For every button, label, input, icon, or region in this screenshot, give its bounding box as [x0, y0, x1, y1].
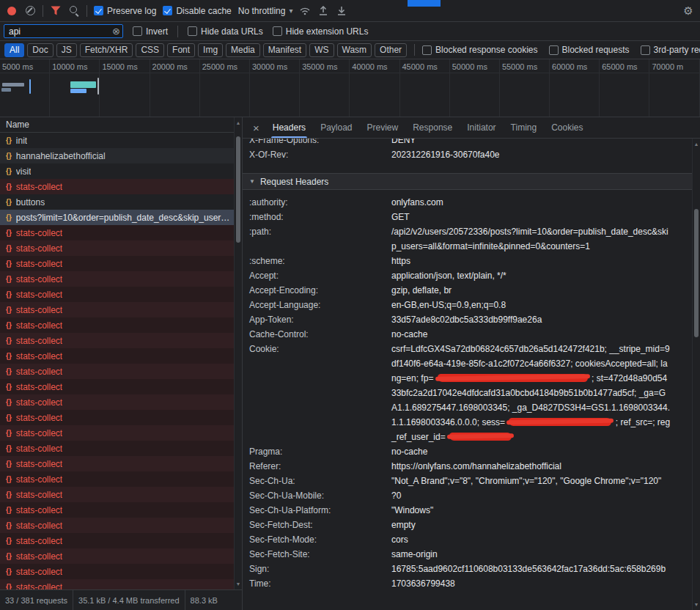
- network-conditions-button[interactable]: [299, 2, 311, 20]
- details-tab[interactable]: Payload: [313, 117, 359, 138]
- import-har-button[interactable]: [317, 2, 329, 20]
- request-row[interactable]: {} stats-collect: [0, 240, 235, 256]
- preserve-log-checkbox[interactable]: Preserve log: [94, 6, 156, 16]
- type-filter-pill[interactable]: Wasm: [337, 43, 372, 57]
- fetch-xhr-icon: {}: [6, 490, 12, 499]
- network-conditions-icon: [299, 7, 311, 15]
- timeline-column: 25000 ms: [200, 59, 250, 117]
- request-row[interactable]: {} stats-collect: [0, 564, 235, 579]
- type-filter-pill[interactable]: WS: [309, 43, 334, 57]
- request-row[interactable]: {} stats-collect: [0, 410, 235, 425]
- request-row[interactable]: {} stats-collect: [0, 348, 235, 364]
- close-icon[interactable]: ×: [247, 122, 265, 134]
- type-filter-pill[interactable]: Doc: [27, 43, 53, 57]
- throttling-select[interactable]: No throttling ▾: [238, 6, 293, 16]
- filter-checkbox[interactable]: Blocked requests: [549, 45, 630, 55]
- scroll-down-icon[interactable]: ▼: [235, 581, 242, 587]
- details-scrollbar[interactable]: ▲ ▼: [692, 139, 700, 610]
- search-button[interactable]: [68, 2, 80, 20]
- request-row[interactable]: {} stats-collect: [0, 225, 235, 240]
- request-list-scrollbar[interactable]: ▲ ▼: [234, 117, 242, 589]
- clear-button[interactable]: [24, 2, 36, 20]
- timeline-overview[interactable]: 5000 ms 10000 ms 15000 ms 20000 ms 25000…: [0, 59, 700, 117]
- request-row[interactable]: {} init: [0, 133, 235, 148]
- record-icon: [7, 7, 16, 15]
- details-tab[interactable]: Initiator: [460, 117, 503, 138]
- invert-label: Invert: [146, 26, 168, 37]
- request-row[interactable]: {} stats-collect: [0, 579, 235, 589]
- scrollbar-thumb[interactable]: [236, 136, 240, 243]
- request-row[interactable]: {} stats-collect: [0, 256, 235, 271]
- request-row[interactable]: {} hannahelizabethofficial: [0, 148, 235, 163]
- request-row[interactable]: {} stats-collect: [0, 394, 235, 410]
- scroll-down-icon[interactable]: ▼: [693, 602, 700, 607]
- details-tab[interactable]: Timing: [504, 117, 545, 138]
- type-filter-pill[interactable]: Media: [226, 43, 260, 57]
- timeline-column: 10000 ms: [50, 59, 100, 117]
- name-column-header[interactable]: Name: [0, 117, 242, 133]
- fetch-xhr-icon: {}: [6, 152, 12, 160]
- details-tab[interactable]: Cookies: [544, 117, 590, 138]
- type-filter-pill[interactable]: Manifest: [263, 43, 306, 57]
- settings-button[interactable]: ⚙: [682, 2, 694, 20]
- scroll-up-icon[interactable]: ▲: [693, 142, 700, 147]
- request-row[interactable]: {} stats-collect: [0, 487, 235, 502]
- request-row[interactable]: {} stats-collect: [0, 271, 235, 287]
- request-row[interactable]: {} stats-collect: [0, 548, 235, 564]
- request-row[interactable]: {} stats-collect: [0, 287, 235, 302]
- disable-cache-checkbox[interactable]: Disable cache: [163, 6, 231, 16]
- fetch-xhr-icon: {}: [6, 398, 12, 406]
- request-name: hannahelizabethofficial: [16, 151, 106, 161]
- details-tab[interactable]: Preview: [360, 117, 406, 138]
- filter-toggle-button[interactable]: [50, 2, 62, 20]
- filter-checkbox[interactable]: Blocked response cookies: [422, 45, 537, 55]
- request-row[interactable]: {} stats-collect: [0, 502, 235, 518]
- request-row[interactable]: {} posts?limit=10&order=publish_date_des…: [0, 210, 235, 225]
- request-row[interactable]: {} stats-collect: [0, 364, 235, 379]
- request-row[interactable]: {} visit: [0, 163, 235, 179]
- request-headers-section-header[interactable]: ▼ Request Headers: [243, 173, 692, 190]
- request-row[interactable]: {} stats-collect: [0, 533, 235, 548]
- clear-filter-icon[interactable]: ⊗: [112, 26, 120, 37]
- filter-checkbox[interactable]: 3rd-party requests: [641, 45, 700, 55]
- request-row[interactable]: {} stats-collect: [0, 471, 235, 487]
- request-row[interactable]: {} stats-collect: [0, 518, 235, 533]
- type-filter-pill[interactable]: Font: [167, 43, 195, 57]
- details-tab[interactable]: Response: [405, 117, 460, 138]
- request-row[interactable]: {} stats-collect: [0, 379, 235, 394]
- fetch-xhr-icon: {}: [6, 352, 12, 360]
- details-tab-bar: × Headers Payload Preview Response Initi…: [243, 117, 700, 139]
- header-name: Sec-Ch-Ua-Platform:: [249, 503, 391, 518]
- type-filter-pill[interactable]: Other: [375, 43, 407, 57]
- scroll-up-icon[interactable]: ▲: [235, 120, 242, 125]
- request-name: stats-collect: [16, 551, 62, 562]
- header-name: Accept-Encoding:: [249, 283, 391, 298]
- header-value: no-cache: [391, 444, 671, 459]
- hide-extension-urls-checkbox[interactable]: Hide extension URLs: [273, 26, 369, 37]
- header-name: X-Frame-Options:: [249, 139, 391, 147]
- request-row[interactable]: {} stats-collect: [0, 425, 235, 441]
- export-har-button[interactable]: [336, 2, 347, 20]
- request-row[interactable]: {} stats-collect: [0, 456, 235, 471]
- request-rows: {} init {} hannahelizabethofficial {} vi…: [0, 133, 235, 589]
- filter-input[interactable]: [4, 24, 123, 38]
- invert-checkbox[interactable]: Invert: [133, 26, 168, 37]
- type-filter-pill[interactable]: CSS: [136, 43, 164, 57]
- record-button[interactable]: [6, 2, 18, 20]
- type-filter-pill[interactable]: JS: [56, 43, 77, 57]
- header-row: Time: 1703636799438: [243, 576, 692, 591]
- type-filter-pill[interactable]: All: [4, 43, 24, 57]
- details-tab[interactable]: Headers: [265, 117, 313, 138]
- request-row[interactable]: {} stats-collect: [0, 441, 235, 456]
- request-row[interactable]: {} buttons: [0, 194, 235, 210]
- request-name: stats-collect: [16, 490, 62, 500]
- type-filter-pill[interactable]: Fetch/XHR: [80, 43, 133, 57]
- type-filter-pill[interactable]: Img: [198, 43, 223, 57]
- request-row[interactable]: {} stats-collect: [0, 333, 235, 348]
- request-row[interactable]: {} stats-collect: [0, 179, 235, 194]
- hide-data-urls-checkbox[interactable]: Hide data URLs: [188, 26, 263, 37]
- request-row[interactable]: {} stats-collect: [0, 317, 235, 333]
- request-row[interactable]: {} stats-collect: [0, 302, 235, 317]
- timeline-tick-label: 60000 ms: [552, 62, 587, 71]
- scrollbar-thumb[interactable]: [694, 209, 699, 337]
